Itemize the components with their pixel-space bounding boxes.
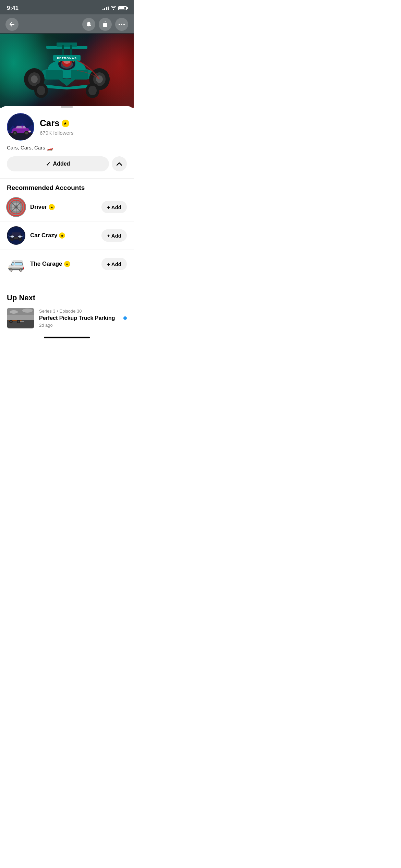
svg-point-33 [28, 130, 31, 132]
episode-info: Series 3 • Episode 30 Perfect Pickup Tru… [39, 309, 119, 328]
profile-info: Cars ★ 679K followers [40, 118, 127, 136]
svg-point-32 [25, 132, 28, 134]
up-next-divider [0, 281, 134, 281]
svg-point-63 [10, 310, 18, 314]
garage-verified-badge: ★ [64, 261, 70, 267]
up-next-section: Up Next [0, 287, 134, 328]
status-bar: 9:41 [0, 0, 134, 14]
up-next-title: Up Next [7, 293, 127, 302]
driver-add-label: + Add [107, 204, 121, 210]
svg-point-23 [37, 86, 45, 95]
garage-name: The Garage [30, 261, 62, 267]
svg-point-50 [10, 239, 14, 241]
svg-rect-28 [8, 133, 34, 140]
episode-thumbnail [7, 308, 34, 328]
svg-point-46 [18, 236, 22, 238]
added-button-label: Added [53, 161, 70, 167]
avatar-image [8, 114, 34, 140]
svg-point-30 [13, 132, 16, 134]
driver-info: Driver ★ [30, 204, 97, 210]
garage-info: The Garage ★ [30, 261, 97, 267]
chevron-up-icon [117, 162, 122, 166]
status-icons [102, 6, 127, 11]
episode-thumb-image [7, 308, 34, 328]
recommended-account-garage: 🚐 The Garage ★ + Add [0, 250, 134, 278]
profile-bio: Cars, Cars, Cars 🏎️ [7, 145, 127, 151]
svg-text:PETRONAS: PETRONAS [57, 57, 77, 60]
unread-indicator [123, 316, 127, 320]
car-crazy-avatar [7, 226, 25, 245]
recommended-account-car-crazy: Car Crazy ★ + Add [0, 221, 134, 250]
car-crazy-add-button[interactable]: + Add [101, 229, 127, 242]
profile-header: Cars ★ 679K followers [7, 113, 127, 141]
driver-add-button[interactable]: + Add [101, 201, 127, 213]
profile-section: Cars ★ 679K followers Cars, Cars, Cars 🏎… [0, 108, 134, 171]
driver-name: Driver [30, 204, 47, 210]
svg-point-41 [15, 206, 17, 208]
wheel-svg [8, 199, 24, 215]
garage-add-button[interactable]: + Add [101, 258, 127, 270]
svg-rect-5 [62, 45, 64, 56]
followers-count: 679K followers [40, 130, 127, 136]
signal-icon [102, 6, 109, 10]
avatar [7, 113, 34, 141]
svg-rect-13 [71, 70, 88, 80]
svg-point-60 [18, 321, 20, 323]
garage-name-row: The Garage ★ [30, 261, 97, 267]
recommended-account-driver: Driver ★ + Add [0, 193, 134, 221]
recommended-accounts-list: Driver ★ + Add [0, 193, 134, 278]
svg-point-18 [31, 75, 38, 83]
svg-point-25 [88, 86, 97, 95]
car-crazy-svg [8, 227, 25, 244]
recommended-section-title: Recommended Accounts [0, 184, 134, 192]
svg-point-51 [19, 239, 22, 241]
car-crazy-verified-badge: ★ [59, 232, 65, 239]
hero-banner: PETRONAS [0, 33, 134, 108]
driver-name-row: Driver ★ [30, 204, 97, 210]
svg-rect-49 [14, 237, 18, 239]
home-indicator [44, 337, 90, 338]
section-divider [0, 178, 134, 179]
verified-badge: ★ [62, 120, 69, 127]
checkmark-icon: ✓ [46, 161, 50, 167]
wifi-icon [111, 6, 116, 11]
car-crazy-add-label: + Add [107, 233, 121, 239]
episode-time: 2d ago [39, 323, 119, 328]
back-button[interactable] [5, 18, 19, 31]
nav-bar [0, 14, 134, 34]
driver-avatar [7, 198, 25, 216]
svg-rect-12 [46, 70, 63, 80]
svg-point-1 [121, 24, 122, 25]
car-crazy-name: Car Crazy [30, 232, 57, 239]
svg-point-0 [119, 24, 120, 25]
svg-point-64 [22, 309, 33, 313]
garage-add-label: + Add [107, 261, 121, 267]
episode-series: Series 3 • Episode 30 [39, 309, 119, 314]
svg-rect-6 [70, 45, 72, 56]
driver-verified-badge: ★ [49, 204, 55, 210]
car-crazy-info: Car Crazy ★ [30, 232, 97, 239]
action-row: ✓ Added [7, 156, 127, 171]
nav-right-buttons [82, 18, 128, 31]
profile-name: Cars [40, 118, 60, 129]
svg-point-2 [123, 24, 125, 25]
status-time: 9:41 [7, 5, 19, 12]
f1-car-illustration: PETRONAS [9, 40, 125, 108]
svg-rect-4 [57, 43, 77, 47]
svg-point-45 [11, 236, 14, 238]
notification-button[interactable] [82, 18, 95, 31]
profile-name-row: Cars ★ [40, 118, 127, 129]
garage-emoji: 🚐 [8, 256, 25, 272]
svg-point-58 [10, 321, 12, 323]
expand-button[interactable] [112, 156, 127, 171]
episode-item[interactable]: Series 3 • Episode 30 Perfect Pickup Tru… [7, 308, 127, 328]
episode-title: Perfect Pickup Truck Parking [39, 315, 119, 322]
battery-icon [118, 6, 127, 10]
added-button[interactable]: ✓ Added [7, 156, 109, 171]
more-options-button[interactable] [115, 18, 128, 31]
car-crazy-name-row: Car Crazy ★ [30, 232, 97, 239]
garage-avatar: 🚐 [7, 255, 25, 273]
share-button[interactable] [99, 18, 112, 31]
